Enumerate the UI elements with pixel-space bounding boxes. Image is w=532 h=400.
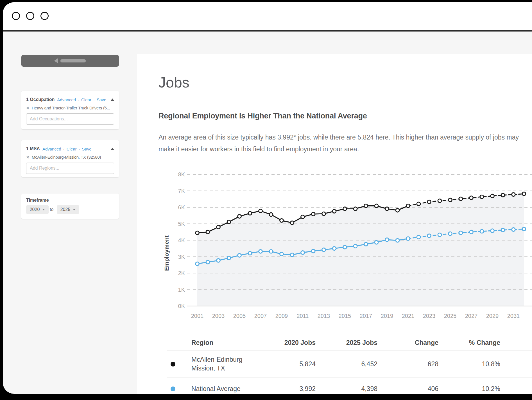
table-cell-filler — [502, 351, 532, 377]
save-link[interactable]: Save — [82, 147, 91, 151]
table-header: % Change — [441, 335, 502, 351]
svg-text:2029: 2029 — [486, 313, 499, 319]
employment-chart-container: 0K1K2K3K4K5K6K7K8K2001200320052007200920… — [160, 168, 532, 322]
app-window: 1 Occupation Advanced · Clear · Save ✕ H… — [3, 2, 532, 394]
svg-text:5K: 5K — [178, 221, 185, 227]
svg-text:1K: 1K — [178, 287, 185, 293]
table-cell: 10.2% — [441, 377, 502, 394]
table-cell-filler — [502, 377, 532, 394]
svg-text:2007: 2007 — [254, 313, 267, 319]
save-link[interactable]: Save — [97, 97, 106, 102]
separator: · — [93, 97, 95, 102]
svg-text:2025: 2025 — [444, 313, 457, 319]
remove-tag-icon[interactable]: ✕ — [26, 106, 30, 110]
svg-text:2001: 2001 — [191, 313, 204, 319]
table-cell-region: National Average — [178, 377, 260, 394]
table-cell: 6,452 — [318, 351, 380, 377]
table-header-dot-spacer — [167, 335, 178, 351]
svg-text:2K: 2K — [178, 270, 185, 276]
timeframe-from-value: 2020 — [30, 207, 40, 212]
table-cell: 406 — [380, 377, 441, 394]
svg-text:3K: 3K — [178, 254, 185, 260]
svg-text:2003: 2003 — [212, 313, 225, 319]
clear-link[interactable]: Clear — [67, 147, 77, 151]
svg-text:2027: 2027 — [465, 313, 478, 319]
window-control-icon[interactable] — [26, 12, 34, 20]
add-regions-input[interactable] — [26, 163, 114, 174]
svg-text:2017: 2017 — [360, 313, 372, 319]
svg-text:2005: 2005 — [233, 313, 246, 319]
main-panel: Jobs Regional Employment Is Higher Than … — [137, 54, 532, 394]
series-dot — [171, 386, 175, 391]
window-control-icon[interactable] — [12, 12, 20, 20]
svg-text:2015: 2015 — [339, 313, 351, 319]
svg-text:2013: 2013 — [318, 313, 330, 319]
chevron-down-icon — [42, 209, 45, 210]
svg-text:2019: 2019 — [381, 313, 393, 319]
series-dot — [171, 362, 175, 367]
collapse-icon[interactable] — [111, 148, 114, 150]
table-header-filler — [502, 335, 532, 351]
svg-text:7K: 7K — [178, 188, 185, 194]
separator: · — [78, 97, 79, 102]
clear-link[interactable]: Clear — [81, 97, 91, 102]
separator: · — [63, 147, 65, 151]
sidebar-collapse-button[interactable] — [21, 55, 119, 67]
table-header: 2020 Jobs — [260, 335, 318, 351]
separator: · — [78, 147, 80, 151]
table-cell: 5,824 — [260, 351, 318, 377]
titlebar — [3, 2, 532, 32]
svg-text:8K: 8K — [178, 171, 185, 177]
filter-count-label: 1 MSA — [26, 146, 40, 151]
timeframe-card: Timeframe 2020 to 2025 — [21, 194, 119, 219]
advanced-link[interactable]: Advanced — [42, 147, 61, 151]
svg-text:2009: 2009 — [275, 313, 288, 319]
table-header: 2025 Jobs — [318, 335, 380, 351]
table-row-dot-cell — [167, 377, 178, 394]
jobs-table: Region2020 Jobs2025 JobsChange% ChangeMc… — [167, 335, 532, 394]
table-cell: 3,992 — [260, 377, 318, 394]
paragraph-line: make it easier for workers in this field… — [159, 143, 532, 155]
timeframe-to-value: 2025 — [60, 207, 71, 212]
occupation-filter-header: 1 Occupation Advanced · Clear · Save — [26, 96, 116, 103]
advanced-link[interactable]: Advanced — [57, 97, 76, 102]
employment-chart: 0K1K2K3K4K5K6K7K8K2001200320052007200920… — [160, 168, 532, 322]
svg-text:2031: 2031 — [507, 313, 520, 319]
svg-text:6K: 6K — [178, 204, 185, 210]
timeframe-from-select[interactable]: 2020 — [26, 205, 49, 214]
filter-tag: ✕ McAllen-Edinburg-Mission, TX (32580) — [26, 155, 116, 159]
occupation-filter-card: 1 Occupation Advanced · Clear · Save ✕ H… — [21, 91, 119, 129]
table-cell-region: McAllen-Edinburg-Mission, TX — [178, 351, 260, 377]
chevron-down-icon — [73, 209, 76, 210]
filter-count-label: 1 Occupation — [26, 97, 55, 102]
svg-text:2023: 2023 — [423, 313, 436, 319]
svg-text:4K: 4K — [178, 237, 185, 243]
filter-tag-label: McAllen-Edinburg-Mission, TX (32580) — [32, 155, 101, 159]
remove-tag-icon[interactable]: ✕ — [26, 155, 30, 159]
filter-tag-label: Heavy and Tractor-Trailer Truck Drivers … — [32, 105, 110, 110]
filter-tag: ✕ Heavy and Tractor-Trailer Truck Driver… — [26, 105, 116, 110]
table-cell: 10.8% — [441, 351, 502, 377]
table-row-dot-cell — [167, 351, 178, 377]
table-cell: 4,398 — [318, 377, 380, 394]
table-cell: 628 — [380, 351, 441, 377]
svg-text:2011: 2011 — [296, 313, 309, 319]
timeframe-to-select[interactable]: 2025 — [57, 205, 79, 214]
svg-text:0K: 0K — [178, 303, 185, 309]
timeframe-label: Timeframe — [26, 198, 49, 203]
page-title: Jobs — [159, 74, 189, 91]
back-arrow-icon — [54, 58, 58, 63]
svg-text:Employment: Employment — [163, 235, 170, 271]
msa-filter-card: 1 MSA Advanced · Clear · Save ✕ McAllen-… — [21, 140, 119, 177]
collapse-icon[interactable] — [111, 98, 114, 101]
window-control-icon[interactable] — [40, 12, 49, 20]
msa-filter-header: 1 MSA Advanced · Clear · Save — [26, 146, 116, 152]
window-controls — [12, 12, 49, 20]
paragraph-line: An average area of this size typically h… — [159, 131, 532, 143]
table-header-region: Region — [178, 335, 260, 351]
table-header: Change — [380, 335, 441, 351]
section-heading: Regional Employment Is Higher Than the N… — [159, 112, 367, 120]
add-occupations-input[interactable] — [26, 113, 114, 125]
button-label-placeholder — [60, 59, 86, 62]
summary-paragraph: An average area of this size typically h… — [159, 131, 532, 155]
